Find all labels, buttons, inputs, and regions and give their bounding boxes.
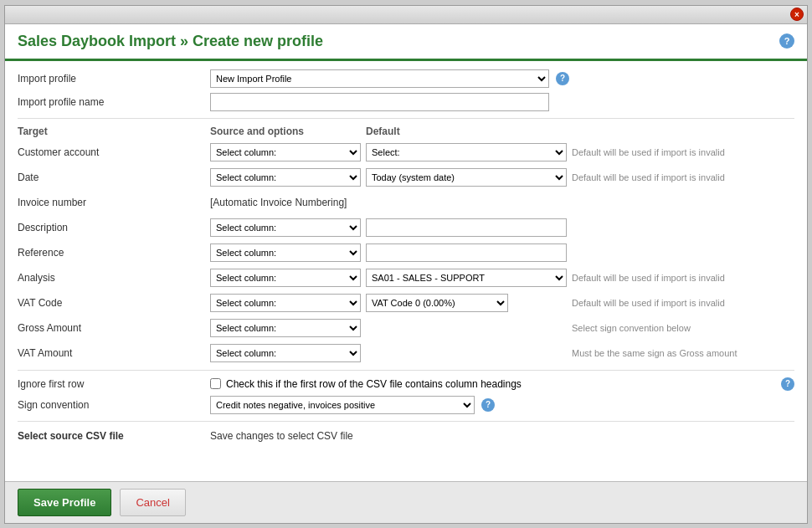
section-headers: Target Source and options Default xyxy=(18,126,794,137)
date-default-select[interactable]: Today (system date) xyxy=(366,168,567,187)
ignore-first-row-checkbox-area: Check this if the first row of the CSV f… xyxy=(210,378,522,390)
date-source-wrapper: Select column: xyxy=(210,168,361,187)
vat-code-source-wrapper: Select column: xyxy=(210,294,361,312)
vat-code-default-select[interactable]: VAT Code 0 (0.00%) xyxy=(366,294,508,312)
description-default-input[interactable] xyxy=(366,218,567,237)
import-profile-name-input[interactable] xyxy=(210,93,549,111)
import-profile-name-row: Import profile name xyxy=(18,93,794,111)
gross-amount-label: Gross Amount xyxy=(18,322,210,334)
analysis-default-wrapper: SA01 - SALES - SUPPORT xyxy=(366,269,567,287)
sign-convention-label: Sign convention xyxy=(18,399,210,411)
description-label: Description xyxy=(18,222,210,233)
gross-amount-row: Gross Amount Select column: Select sign … xyxy=(18,318,794,338)
vat-amount-row: VAT Amount Select column: Must be the sa… xyxy=(18,343,794,363)
import-profile-select[interactable]: New Import Profile xyxy=(210,69,549,88)
close-button[interactable]: × xyxy=(790,8,804,21)
import-profile-label: Import profile xyxy=(18,73,210,85)
import-profile-row: Import profile New Import Profile ? xyxy=(18,69,794,88)
reference-source-wrapper: Select column: xyxy=(210,243,361,262)
reference-source-select[interactable]: Select column: xyxy=(210,243,361,262)
vat-amount-source-wrapper: Select column: xyxy=(210,344,361,362)
header-help-icon[interactable]: ? xyxy=(779,33,794,49)
source-header: Source and options xyxy=(210,126,366,137)
header: Sales Daybook Import » Create new profil… xyxy=(5,24,807,61)
description-default-wrapper xyxy=(366,218,567,237)
titlebar: × xyxy=(5,6,807,24)
invoice-number-auto: [Automatic Invoice Numbering] xyxy=(210,197,347,208)
reference-default-input[interactable] xyxy=(366,243,567,262)
reference-row: Reference Select column: xyxy=(18,243,794,263)
analysis-source-wrapper: Select column: xyxy=(210,269,361,287)
default-header: Default xyxy=(366,126,567,137)
footer: Save Profile Cancel xyxy=(5,481,807,523)
analysis-note: Default will be used if import is invali… xyxy=(572,273,794,283)
content-area: Import profile New Import Profile ? Impo… xyxy=(5,61,807,481)
divider-2 xyxy=(18,370,794,371)
analysis-source-select[interactable]: Select column: xyxy=(210,269,361,287)
divider-1 xyxy=(18,118,794,119)
ignore-first-row-row: Ignore first row Check this if the first… xyxy=(18,377,794,391)
date-default-wrapper: Today (system date) xyxy=(366,168,567,187)
import-profile-help-icon[interactable]: ? xyxy=(556,72,569,85)
sign-convention-row: Sign convention Credit notes negative, i… xyxy=(18,396,794,414)
analysis-row: Analysis Select column: SA01 - SALES - S… xyxy=(18,268,794,288)
ignore-first-row-label: Ignore first row xyxy=(18,378,210,390)
save-profile-button[interactable]: Save Profile xyxy=(18,489,111,516)
analysis-default-select[interactable]: SA01 - SALES - SUPPORT xyxy=(366,269,567,287)
reference-label: Reference xyxy=(18,247,210,259)
customer-account-label: Customer account xyxy=(18,146,210,158)
vat-code-source-select[interactable]: Select column: xyxy=(210,294,361,312)
main-window: × Sales Daybook Import » Create new prof… xyxy=(4,5,808,524)
vat-amount-note: Must be the same sign as Gross amount xyxy=(572,348,794,358)
reference-default-wrapper xyxy=(366,243,567,262)
csv-file-row: Select source CSV file Save changes to s… xyxy=(18,430,794,442)
customer-account-default-select[interactable]: Select: xyxy=(366,143,567,161)
customer-account-source-select[interactable]: Select column: xyxy=(210,143,361,161)
description-source-wrapper: Select column: xyxy=(210,218,361,237)
vat-amount-label: VAT Amount xyxy=(18,347,210,359)
customer-account-source-wrapper: Select column: xyxy=(210,143,361,161)
sign-convention-select[interactable]: Credit notes negative, invoices positive xyxy=(210,396,475,414)
ignore-first-row-help-icon[interactable]: ? xyxy=(781,377,794,391)
date-label: Date xyxy=(18,172,210,183)
invoice-number-row: Invoice number [Automatic Invoice Number… xyxy=(18,192,794,213)
analysis-label: Analysis xyxy=(18,272,210,284)
vat-code-label: VAT Code xyxy=(18,297,210,309)
vat-code-row: VAT Code Select column: VAT Code 0 (0.00… xyxy=(18,293,794,313)
sign-convention-help-icon[interactable]: ? xyxy=(481,398,495,412)
vat-code-default-wrapper: VAT Code 0 (0.00%) xyxy=(366,294,567,312)
description-row: Description Select column: xyxy=(18,218,794,238)
import-profile-name-label: Import profile name xyxy=(18,96,210,108)
vat-amount-source-select[interactable]: Select column: xyxy=(210,344,361,362)
gross-amount-note: Select sign convention below xyxy=(572,323,794,333)
csv-file-value: Save changes to select CSV file xyxy=(210,430,353,442)
date-row: Date Select column: Today (system date) … xyxy=(18,167,794,187)
page-title: Sales Daybook Import » Create new profil… xyxy=(18,33,323,50)
customer-account-default-wrapper: Select: xyxy=(366,143,567,161)
csv-file-label: Select source CSV file xyxy=(18,430,210,442)
ignore-first-row-text: Check this if the first row of the CSV f… xyxy=(226,378,522,390)
ignore-first-row-checkbox[interactable] xyxy=(210,378,221,389)
description-source-select[interactable]: Select column: xyxy=(210,218,361,237)
gross-amount-source-wrapper: Select column: xyxy=(210,319,361,337)
vat-code-note: Default will be used if import is invali… xyxy=(572,298,794,308)
import-profile-select-wrapper: New Import Profile xyxy=(210,69,549,88)
divider-3 xyxy=(18,421,794,422)
date-note: Default will be used if import is invali… xyxy=(572,172,794,182)
customer-account-note: Default will be used if import is invali… xyxy=(572,147,794,157)
date-source-select[interactable]: Select column: xyxy=(210,168,361,187)
sign-convention-select-wrapper: Credit notes negative, invoices positive xyxy=(210,396,475,414)
customer-account-row: Customer account Select column: Select: … xyxy=(18,142,794,162)
target-header: Target xyxy=(18,126,210,137)
cancel-button[interactable]: Cancel xyxy=(120,489,185,516)
gross-amount-source-select[interactable]: Select column: xyxy=(210,319,361,337)
invoice-number-label: Invoice number xyxy=(18,197,210,208)
